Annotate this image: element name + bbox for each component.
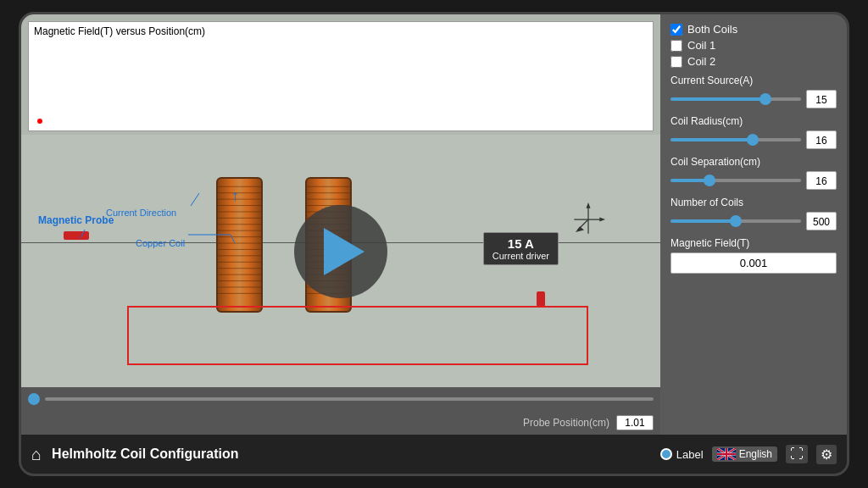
- current-source-value: 15: [806, 90, 837, 108]
- coil-separation-row: 16: [670, 171, 837, 190]
- play-icon: [324, 228, 364, 275]
- svg-marker-45: [576, 226, 584, 232]
- graph-title: Magnetic Field(T) versus Position(cm): [34, 25, 205, 37]
- magnetic-field-value: 0.001: [670, 252, 837, 274]
- connector-red: [537, 291, 545, 307]
- label-toggle-text: Label: [676, 448, 704, 461]
- control-panel: Both Coils Coil 1 Coil 2 Current Source(…: [660, 14, 847, 435]
- play-button[interactable]: [294, 205, 387, 298]
- current-driver-box: 15 A Current driver: [483, 232, 559, 265]
- current-direction-container: Current Direction: [106, 204, 176, 219]
- fullscreen-button[interactable]: ⛶: [786, 445, 808, 463]
- main-area: Magnetic Field(T) versus Position(cm): [21, 14, 847, 435]
- coil-radius-section: Coil Radius(cm) 16: [670, 115, 837, 149]
- both-coils-option[interactable]: Both Coils: [670, 23, 837, 36]
- language-text: English: [739, 448, 772, 460]
- magnetic-field-section: Magnetic Field(T) 0.001: [670, 237, 837, 274]
- number-of-coils-slider[interactable]: [670, 219, 801, 223]
- probe-position-value: 1.01: [616, 415, 654, 430]
- current-source-label: Current Source(A): [670, 75, 837, 86]
- coil1-label: Coil 1: [687, 39, 715, 52]
- flag-icon: [717, 448, 736, 460]
- coil-options-group: Both Coils Coil 1 Coil 2: [670, 23, 837, 68]
- bottom-right-controls: Label English ⛶ ⚙: [660, 445, 837, 464]
- graph-data-dot: [37, 119, 42, 124]
- current-driver-amps: 15 A: [492, 236, 549, 251]
- simulation-panel: Magnetic Field(T) versus Position(cm): [21, 14, 660, 435]
- coil2-option[interactable]: Coil 2: [670, 55, 837, 68]
- coil-radius-value: 16: [806, 130, 837, 149]
- current-arrow-up: ↑: [231, 187, 239, 205]
- current-direction-label: Current Direction: [106, 208, 176, 218]
- coil-radius-row: 16: [670, 130, 837, 149]
- number-of-coils-section: Number of Coils 500: [670, 197, 837, 230]
- coil-left: [216, 177, 263, 313]
- both-coils-checkbox[interactable]: [670, 24, 682, 36]
- probe-body: [64, 231, 89, 240]
- coil-separation-section: Coil Separation(cm) 16: [670, 156, 837, 190]
- coord-axes: [567, 198, 609, 241]
- number-of-coils-row: 500: [670, 212, 837, 230]
- seek-track[interactable]: [45, 397, 654, 401]
- seek-dot[interactable]: [28, 393, 40, 405]
- coil-radius-label: Coil Radius(cm): [670, 115, 837, 127]
- number-of-coils-value: 500: [806, 212, 837, 230]
- probe-position-bar: Probe Position(cm) 1.01: [21, 411, 660, 435]
- coil-separation-slider[interactable]: [670, 179, 801, 182]
- coil-separation-value: 16: [806, 171, 837, 190]
- coil-radius-slider[interactable]: [670, 138, 801, 141]
- coil1-option[interactable]: Coil 1: [670, 39, 837, 52]
- circuit-rect: [127, 306, 588, 365]
- current-source-slider[interactable]: [670, 97, 801, 101]
- app-frame: Magnetic Field(T) versus Position(cm): [19, 12, 849, 476]
- copper-coil-container: Copper Coil: [136, 235, 185, 250]
- settings-button[interactable]: ⚙: [816, 445, 837, 464]
- simulation-scene: Magnetic Probe Current Direction ↑: [21, 135, 660, 387]
- copper-coil-label: Copper Coil: [136, 238, 185, 248]
- label-toggle[interactable]: Label: [660, 448, 704, 461]
- home-icon[interactable]: ⌂: [31, 445, 42, 464]
- svg-line-37: [191, 193, 199, 206]
- label-dot-icon: [660, 448, 672, 460]
- coil2-checkbox[interactable]: [670, 56, 682, 68]
- current-source-section: Current Source(A) 15: [670, 75, 837, 108]
- magnetic-field-label: Magnetic Field(T): [670, 237, 837, 249]
- app-title: Helmholtz Coil Configuration: [52, 446, 650, 462]
- number-of-coils-label: Number of Coils: [670, 197, 837, 208]
- svg-marker-43: [599, 218, 605, 222]
- graph-area: Magnetic Field(T) versus Position(cm): [28, 21, 654, 131]
- seek-bar-container: [21, 387, 660, 411]
- coil2-label: Coil 2: [687, 55, 715, 68]
- language-selector[interactable]: English: [712, 446, 777, 462]
- coil-separation-label: Coil Separation(cm): [670, 156, 837, 168]
- current-source-row: 15: [670, 90, 837, 108]
- coil1-checkbox[interactable]: [670, 40, 682, 52]
- both-coils-label: Both Coils: [687, 23, 737, 36]
- probe-position-label: Probe Position(cm): [523, 417, 609, 429]
- magnetic-probe-label: Magnetic Probe: [38, 214, 114, 226]
- current-driver-label: Current driver: [492, 251, 549, 261]
- bottom-bar: ⌂ Helmholtz Coil Configuration Label: [21, 435, 847, 474]
- svg-marker-41: [587, 202, 591, 208]
